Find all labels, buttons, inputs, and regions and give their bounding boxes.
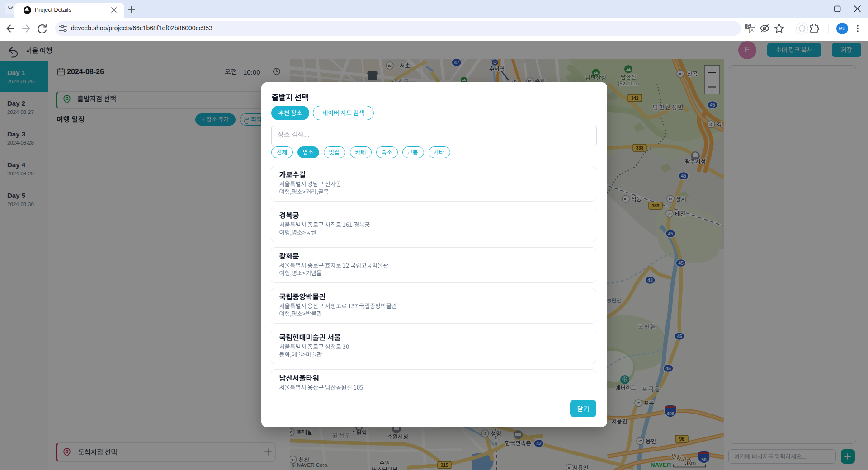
svg-text:A: A	[750, 28, 754, 33]
